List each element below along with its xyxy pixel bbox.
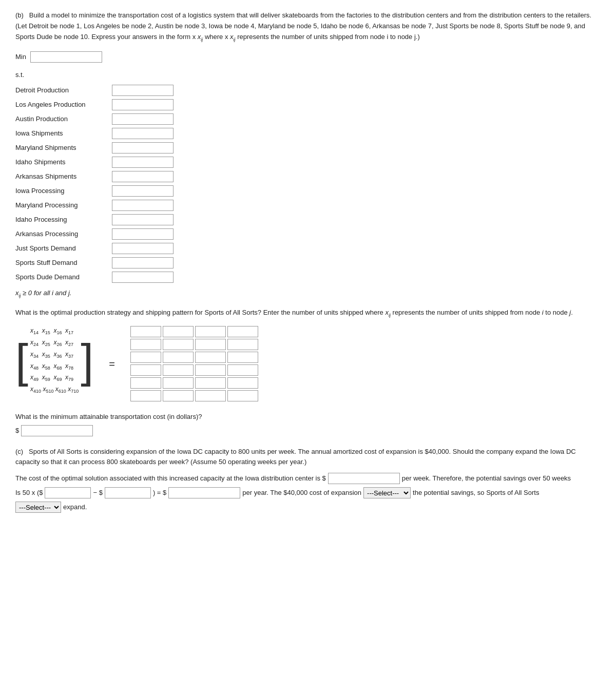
matrix-input-16[interactable] [195, 326, 226, 337]
part-c-label: (c) [15, 448, 23, 455]
constraint-row-sportsstuff: Sports Stuff Demand [15, 257, 601, 268]
matrix-section: [ x14 x15 x16 x17 x24 x25 x26 x27 x34 x3… [15, 326, 601, 401]
part-c-equals: ) = $ [153, 488, 166, 498]
constraint-label-sportsstuff: Sports Stuff Demand [15, 258, 108, 268]
part-c-content: (c) Sports of All Sorts is considering e… [15, 447, 601, 513]
constraint-input-detroit[interactable] [112, 85, 174, 96]
matrix-input-15[interactable] [163, 326, 194, 337]
constraint-label-arkansas-ship: Arkansas Shipments [15, 171, 108, 182]
matrix-input-26[interactable] [195, 339, 226, 350]
part-c-val1-input[interactable] [45, 487, 91, 498]
constraint-label-justsports: Just Sports Demand [15, 243, 108, 254]
part-c-val2-input[interactable] [105, 487, 151, 498]
constraint-label-maryland-proc: Maryland Processing [15, 200, 108, 210]
constraint-input-arkansas-proc[interactable] [112, 228, 174, 240]
constraint-input-sportsdude[interactable] [112, 272, 174, 283]
part-c-select1[interactable]: ---Select--- exceeds is less than [363, 487, 411, 498]
matrix-row-3: x34 x35 x36 x37 [30, 350, 79, 360]
constraint-row-detroit: Detroit Production [15, 85, 601, 96]
constraint-row-idaho-proc: Idaho Processing [15, 214, 601, 225]
matrix-input-27[interactable] [227, 339, 258, 350]
matrix-input-510[interactable] [163, 390, 194, 401]
matrix-input-710[interactable] [227, 390, 258, 401]
min-label: Min [15, 52, 26, 62]
constraint-input-idaho-proc[interactable] [112, 214, 174, 225]
constraint-label-iowa-ship: Iowa Shipments [15, 128, 108, 139]
part-c-line2: Is 50 x ($ − $ ) = $ per year. The $40,0… [15, 487, 601, 498]
part-c-suffix2: the potential savings, so Sports of All … [413, 488, 539, 498]
constraint-label-detroit: Detroit Production [15, 85, 108, 95]
constraint-label-idaho-ship: Idaho Shipments [15, 157, 108, 167]
part-c-line1-prefix: The cost of the optimal solution associa… [15, 473, 326, 484]
matrix-input-78[interactable] [227, 364, 258, 376]
constraint-input-losangeles[interactable] [112, 99, 174, 110]
dollar-row: $ [15, 425, 601, 436]
constraint-label-idaho-proc: Idaho Processing [15, 215, 108, 225]
constraint-label-austin: Austin Production [15, 114, 108, 124]
matrix-content: x14 x15 x16 x17 x24 x25 x26 x27 x34 x35 … [30, 326, 79, 395]
matrix-input-14[interactable] [130, 326, 161, 337]
matrix-input-row-4 [130, 364, 258, 376]
matrix-input-410[interactable] [130, 390, 161, 401]
min-input[interactable] [30, 51, 102, 63]
constraint-row-losangeles: Los Angeles Production [15, 99, 601, 110]
min-cost-section: What is the minimum attainable transport… [15, 412, 601, 436]
matrix-input-36[interactable] [195, 352, 226, 363]
matrix-input-610[interactable] [195, 390, 226, 401]
matrix-input-48[interactable] [130, 364, 161, 376]
constraints-list: Detroit Production Los Angeles Productio… [15, 85, 601, 283]
matrix-input-37[interactable] [227, 352, 258, 363]
matrix-row-6: x410 x510 x610 x710 [30, 385, 79, 395]
constraint-input-justsports[interactable] [112, 243, 174, 254]
matrix-input-25[interactable] [163, 339, 194, 350]
constraint-input-maryland-proc[interactable] [112, 200, 174, 211]
part-c-result-input[interactable] [168, 487, 240, 498]
part-c-minus: − $ [93, 488, 102, 498]
matrix-input-row-3 [130, 352, 258, 363]
constraint-row-sportsdude: Sports Dude Demand [15, 272, 601, 283]
part-b-label: (b) [15, 11, 24, 19]
constraint-row-maryland-ship: Maryland Shipments [15, 142, 601, 153]
matrix-input-17[interactable] [227, 326, 258, 337]
constraint-input-iowa-ship[interactable] [112, 128, 174, 139]
min-row: Min [15, 51, 601, 63]
matrix-input-35[interactable] [163, 352, 194, 363]
constraint-label-arkansas-proc: Arkansas Processing [15, 229, 108, 239]
constraint-input-austin[interactable] [112, 113, 174, 125]
matrix-input-24[interactable] [130, 339, 161, 350]
matrix-input-59[interactable] [163, 377, 194, 389]
constraint-row-iowa-ship: Iowa Shipments [15, 128, 601, 139]
matrix-row-4: x48 x58 x68 x78 [30, 361, 79, 372]
matrix-input-58[interactable] [163, 364, 194, 376]
part-c-suffix: per year. The $40,000 cost of expansion [242, 488, 361, 498]
matrix-input-row-6 [130, 390, 258, 401]
constraint-input-iowa-proc[interactable] [112, 185, 174, 197]
part-c-line1: The cost of the optimal solution associa… [15, 473, 601, 484]
matrix-input-row-5 [130, 377, 258, 389]
min-cost-input[interactable] [21, 425, 93, 436]
part-b-text2: where x [205, 33, 228, 41]
matrix-row-2: x24 x25 x26 x27 [30, 338, 79, 349]
part-c-line1-suffix: per week. Therefore, the potential savin… [402, 473, 571, 484]
constraint-row-arkansas-proc: Arkansas Processing [15, 228, 601, 240]
matrix-input-69[interactable] [195, 377, 226, 389]
constraint-input-maryland-ship[interactable] [112, 142, 174, 153]
matrix-input-49[interactable] [130, 377, 161, 389]
constraint-label-maryland-ship: Maryland Shipments [15, 143, 108, 153]
shipping-question: What is the optimal production strategy … [15, 307, 601, 319]
constraint-input-sportsstuff[interactable] [112, 257, 174, 268]
constraint-input-arkansas-ship[interactable] [112, 171, 174, 182]
constraint-row-justsports: Just Sports Demand [15, 243, 601, 254]
constraint-input-idaho-ship[interactable] [112, 157, 174, 168]
part-c-is50-label: Is 50 x ($ [15, 488, 43, 498]
matrix-input-79[interactable] [227, 377, 258, 389]
part-b-section: (b) Build a model to minimize the transp… [15, 10, 601, 436]
matrix-input-row-1 [130, 326, 258, 337]
matrix-bracket-left: [ x14 x15 x16 x17 x24 x25 x26 x27 x34 x3… [15, 326, 93, 395]
min-cost-question: What is the minimum attainable transport… [15, 412, 601, 422]
constraint-row-idaho-ship: Idaho Shipments [15, 157, 601, 168]
part-c-select2[interactable]: ---Select--- should should not [15, 502, 61, 513]
matrix-input-34[interactable] [130, 352, 161, 363]
part-c-cost-input[interactable] [328, 473, 400, 484]
matrix-input-68[interactable] [195, 364, 226, 376]
